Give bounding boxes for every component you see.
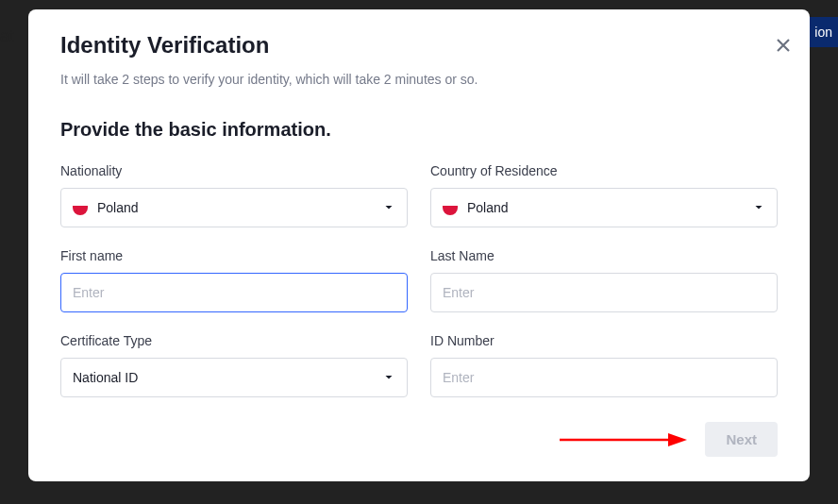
id-number-input-wrapper bbox=[430, 358, 778, 397]
background-occluded-button: ion bbox=[809, 17, 838, 47]
arrow-annotation-icon bbox=[555, 430, 687, 449]
form-grid: Nationality Poland Country of Residence … bbox=[60, 163, 778, 397]
identity-verification-modal: Identity Verification It will take 2 ste… bbox=[28, 9, 810, 481]
id-number-label: ID Number bbox=[430, 333, 778, 348]
last-name-input[interactable] bbox=[443, 285, 765, 300]
nationality-select[interactable]: Poland bbox=[60, 188, 408, 227]
certificate-type-field: Certificate Type National ID bbox=[60, 333, 408, 397]
first-name-label: First name bbox=[60, 248, 408, 263]
certificate-type-value: National ID bbox=[73, 370, 382, 385]
first-name-input-wrapper bbox=[60, 273, 408, 312]
modal-title: Identity Verification bbox=[60, 32, 778, 59]
id-number-field: ID Number bbox=[430, 333, 778, 397]
certificate-type-select[interactable]: National ID bbox=[60, 358, 408, 397]
poland-flag-icon bbox=[443, 206, 458, 215]
nationality-label: Nationality bbox=[60, 163, 408, 178]
nationality-field: Nationality Poland bbox=[60, 163, 408, 227]
modal-footer: Next bbox=[705, 422, 778, 457]
residence-value: Poland bbox=[467, 200, 752, 215]
residence-select[interactable]: Poland bbox=[430, 188, 778, 227]
modal-subtitle: It will take 2 steps to verify your iden… bbox=[60, 72, 778, 87]
section-title: Provide the basic information. bbox=[60, 119, 778, 141]
first-name-input[interactable] bbox=[73, 285, 395, 300]
last-name-field: Last Name bbox=[430, 248, 778, 312]
background-occluded-text: at bbox=[0, 26, 14, 46]
residence-field: Country of Residence Poland bbox=[430, 163, 778, 227]
nationality-value: Poland bbox=[97, 200, 382, 215]
poland-flag-icon bbox=[73, 206, 88, 215]
next-button[interactable]: Next bbox=[705, 422, 778, 457]
residence-label: Country of Residence bbox=[430, 163, 778, 178]
close-icon[interactable] bbox=[774, 36, 793, 55]
svg-marker-1 bbox=[668, 433, 687, 446]
first-name-field: First name bbox=[60, 248, 408, 312]
last-name-label: Last Name bbox=[430, 248, 778, 263]
certificate-type-label: Certificate Type bbox=[60, 333, 408, 348]
chevron-down-icon bbox=[382, 371, 395, 384]
chevron-down-icon bbox=[382, 201, 395, 214]
id-number-input[interactable] bbox=[443, 370, 765, 385]
last-name-input-wrapper bbox=[430, 273, 778, 312]
chevron-down-icon bbox=[752, 201, 765, 214]
